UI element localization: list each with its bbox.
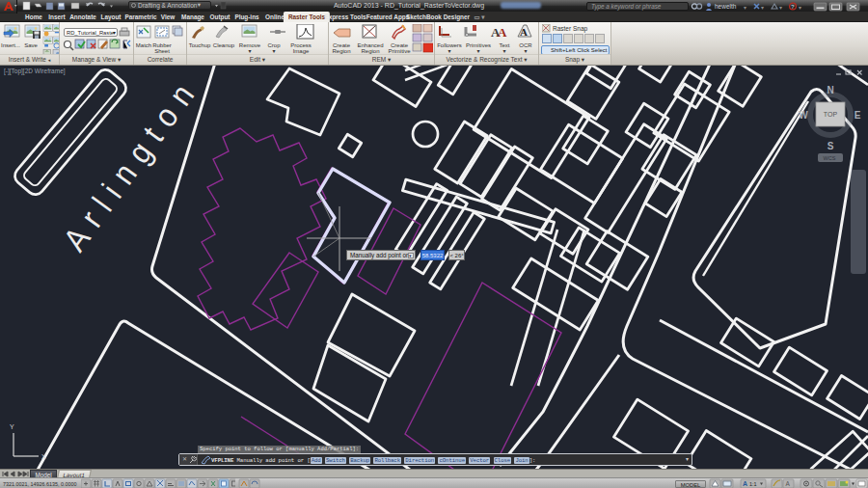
svg-text:▾: ▾ [744,5,746,11]
svg-text:A: A [786,480,791,487]
svg-text:A: A [743,480,747,487]
svg-text:hewelth: hewelth [715,3,737,10]
svg-text:?: ? [791,4,795,10]
svg-text:▾: ▾ [799,5,801,11]
svg-text:A: A [520,26,528,38]
svg-text:E: E [854,110,861,121]
svg-text:A: A [498,25,507,40]
svg-text:1:1: 1:1 [749,481,757,487]
svg-text:N: N [827,85,833,95]
svg-text:▾: ▾ [761,5,764,11]
svg-text:▾: ▾ [779,5,782,11]
svg-text:TOP: TOP [824,111,838,118]
svg-text:Y: Y [10,423,14,430]
svg-text:W: W [799,110,808,121]
svg-text:S: S [827,141,834,151]
svg-text:X: X [41,453,46,460]
svg-text:Raster Snap: Raster Snap [553,25,588,33]
svg-text:WCS: WCS [824,155,836,161]
